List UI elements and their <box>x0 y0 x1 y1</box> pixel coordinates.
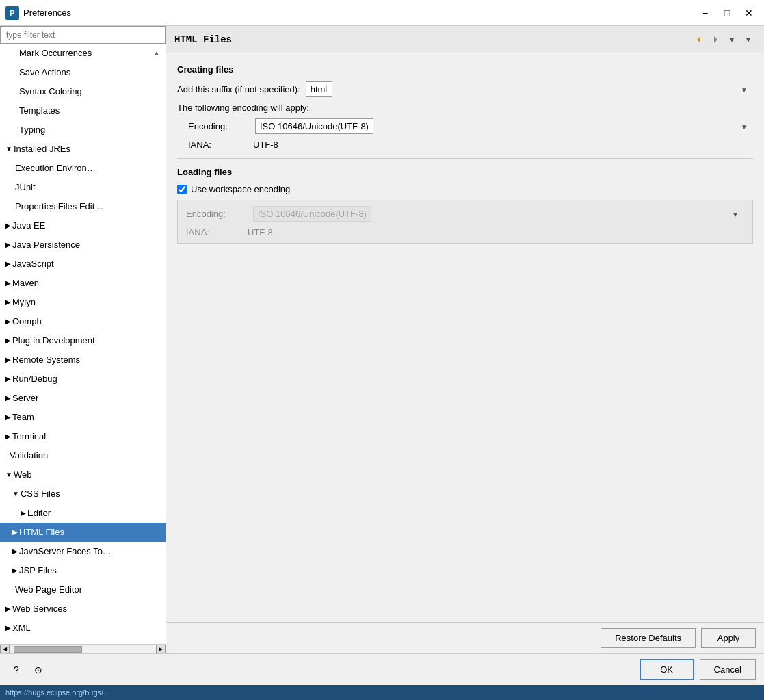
sidebar-item-properties-files[interactable]: Properties Files Edit… <box>0 197 166 216</box>
iana-loading-value: UTF-8 <box>248 227 273 237</box>
sidebar-item-label: Execution Environ… <box>15 161 96 176</box>
sidebar-item-templates[interactable]: Templates <box>0 101 166 120</box>
scroll-thumb[interactable] <box>14 646 82 653</box>
sidebar: Mark Occurrences ▲ Save Actions Syntax C… <box>0 26 166 653</box>
suffix-row: Add this suffix (if not specified): html <box>177 81 753 97</box>
expand-arrow-icon: ▶ <box>5 295 11 310</box>
sidebar-item-javascript[interactable]: ▶ JavaScript <box>0 255 166 274</box>
sidebar-item-oomph[interactable]: ▶ Oomph <box>0 312 166 331</box>
loading-encoding-row: Encoding: ISO 10646/Unicode(UTF-8) <box>186 206 744 222</box>
expand-arrow-icon: ▶ <box>5 391 11 406</box>
sidebar-item-xml[interactable]: ▶ XML <box>0 619 166 638</box>
apply-button[interactable]: Apply <box>701 628 756 648</box>
panel-header: HTML Files ▾ <box>166 26 764 53</box>
filter-input[interactable] <box>0 26 166 44</box>
sidebar-item-team[interactable]: ▶ Team <box>0 408 166 427</box>
loading-files-title: Loading files <box>177 167 753 177</box>
scroll-left-arrow[interactable]: ◀ <box>0 645 10 654</box>
sidebar-item-remote-systems[interactable]: ▶ Remote Systems <box>0 350 166 370</box>
sidebar-item-server[interactable]: ▶ Server <box>0 389 166 408</box>
sidebar-item-label: Server <box>12 391 38 406</box>
expand-arrow-icon: ▶ <box>5 601 11 617</box>
expand-arrow-icon: ▼ <box>5 467 12 482</box>
sidebar-item-label: Mylyn <box>12 295 36 310</box>
scroll-indicator: ▲ <box>153 46 160 61</box>
panel-content: Creating files Add this suffix (if not s… <box>166 53 764 622</box>
encoding-select[interactable]: ISO 10646/Unicode(UTF-8) <box>255 118 373 134</box>
maximize-button[interactable]: □ <box>717 5 737 21</box>
expand-arrow-icon: ▶ <box>5 410 11 425</box>
sidebar-item-label: Web Services <box>12 601 67 617</box>
sidebar-item-save-actions[interactable]: Save Actions <box>0 63 166 82</box>
suffix-select[interactable]: html <box>306 81 332 97</box>
forward-button[interactable] <box>708 32 723 47</box>
sidebar-item-java-persistence[interactable]: ▶ Java Persistence <box>0 235 166 255</box>
back-button[interactable] <box>691 32 707 47</box>
sidebar-item-html-files[interactable]: ▶ HTML Files <box>0 523 166 542</box>
sidebar-item-label: Remote Systems <box>12 352 80 367</box>
sidebar-item-label: Team <box>12 410 34 425</box>
encoding-label: Encoding: <box>188 121 250 131</box>
help-button[interactable]: ? <box>8 662 25 678</box>
settings-button[interactable]: ⊙ <box>30 662 47 678</box>
panel-title: HTML Files <box>174 34 232 45</box>
sidebar-item-mark-occurrences[interactable]: Mark Occurrences ▲ <box>0 44 166 63</box>
sidebar-item-mylyn[interactable]: ▶ Mylyn <box>0 293 166 312</box>
scroll-right-arrow[interactable]: ▶ <box>156 645 166 654</box>
cancel-button[interactable]: Cancel <box>700 659 756 680</box>
expand-arrow-icon: ▶ <box>5 352 11 367</box>
sidebar-item-terminal[interactable]: ▶ Terminal <box>0 427 166 446</box>
iana-loading-row: IANA: UTF-8 <box>186 227 744 237</box>
content-area: Mark Occurrences ▲ Save Actions Syntax C… <box>0 26 764 653</box>
footer-left: ? ⊙ <box>8 662 47 678</box>
sidebar-item-label: Web <box>14 467 32 482</box>
expand-arrow-icon: ▶ <box>5 621 11 636</box>
sidebar-item-maven[interactable]: ▶ Maven <box>0 274 166 293</box>
sidebar-item-execution-environ[interactable]: Execution Environ… <box>0 159 166 178</box>
sidebar-item-plugin-development[interactable]: ▶ Plug-in Development <box>0 331 166 350</box>
expand-arrow-icon: ▶ <box>12 563 18 578</box>
encoding-select-wrapper: ISO 10646/Unicode(UTF-8) <box>255 118 753 134</box>
sidebar-item-web-services[interactable]: ▶ Web Services <box>0 599 166 619</box>
sidebar-item-label: Java Persistence <box>12 237 80 252</box>
expand-arrow-icon: ▼ <box>12 487 19 502</box>
menu-icon: ▾ <box>730 35 734 44</box>
expand-arrow-icon: ▶ <box>5 372 11 387</box>
window-title: Preferences <box>23 8 696 18</box>
sidebar-item-run-debug[interactable]: ▶ Run/Debug <box>0 370 166 389</box>
use-workspace-encoding-checkbox[interactable] <box>177 185 187 194</box>
sidebar-item-typing[interactable]: Typing <box>0 120 166 140</box>
sidebar-item-label: Properties Files Edit… <box>15 199 103 214</box>
toolbar-menu-button[interactable]: ▾ <box>724 32 739 47</box>
preferences-dialog: Mark Occurrences ▲ Save Actions Syntax C… <box>0 26 764 700</box>
sidebar-item-javaserver-faces[interactable]: ▶ JavaServer Faces To… <box>0 542 166 561</box>
expand-arrow-icon: ▶ <box>21 506 26 521</box>
loading-encoding-section: Encoding: ISO 10646/Unicode(UTF-8) IANA:… <box>177 200 753 244</box>
sidebar-item-junit[interactable]: JUnit <box>0 178 166 197</box>
forward-icon <box>710 34 721 45</box>
sidebar-item-validation[interactable]: Validation <box>0 446 166 465</box>
loading-encoding-select-wrapper: ISO 10646/Unicode(UTF-8) <box>253 206 744 222</box>
sidebar-item-css-files[interactable]: ▼ CSS Files <box>0 484 166 504</box>
sidebar-item-web[interactable]: ▼ Web <box>0 465 166 484</box>
minimize-button[interactable]: − <box>696 5 715 21</box>
ok-button[interactable]: OK <box>640 659 694 680</box>
expand-button[interactable]: ▾ <box>741 32 756 47</box>
sidebar-item-web-page-editor[interactable]: Web Page Editor <box>0 580 166 599</box>
sidebar-item-label: Plug-in Development <box>12 333 95 348</box>
sidebar-item-label: JavaScript <box>12 257 54 272</box>
right-panel: HTML Files ▾ <box>166 26 764 653</box>
sidebar-item-label: Templates <box>19 103 60 118</box>
sidebar-item-syntax-coloring[interactable]: Syntax Coloring <box>0 82 166 101</box>
sidebar-item-editor[interactable]: ▶ Editor <box>0 504 166 523</box>
sidebar-item-label: JSP Files <box>19 563 57 578</box>
sidebar-item-installed-jres[interactable]: ▼ Installed JREs <box>0 140 166 159</box>
use-workspace-encoding-row: Use workspace encoding <box>177 184 753 194</box>
close-button[interactable]: ✕ <box>739 5 759 21</box>
restore-defaults-button[interactable]: Restore Defaults <box>601 628 696 648</box>
sidebar-item-java-ee[interactable]: ▶ Java EE <box>0 216 166 235</box>
sidebar-item-jsp-files[interactable]: ▶ JSP Files <box>0 561 166 580</box>
sidebar-tree: Mark Occurrences ▲ Save Actions Syntax C… <box>0 44 166 644</box>
expand-arrow-icon: ▶ <box>12 525 18 540</box>
sidebar-item-label: Validation <box>10 448 48 463</box>
